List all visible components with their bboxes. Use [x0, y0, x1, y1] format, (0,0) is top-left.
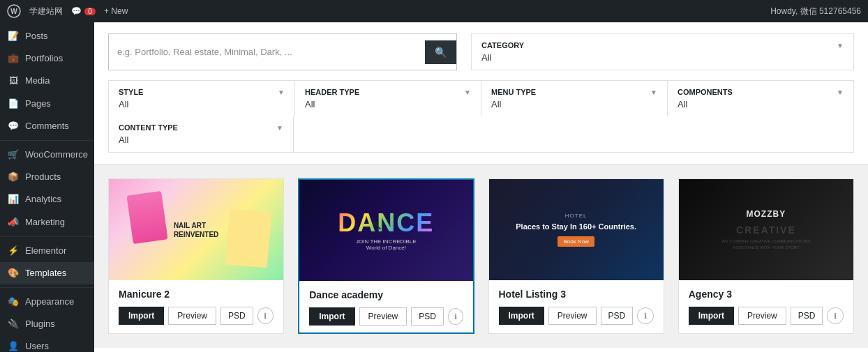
manicure2-psd-button[interactable]: PSD — [220, 307, 253, 325]
menu-type-filter[interactable]: MENU TYPE ▼ All — [481, 81, 668, 116]
sidebar-item-label: Templates — [25, 267, 66, 280]
sidebar: 📝 Posts 💼 Portfolios 🖼 Media 📄 Pages 💬 C… — [0, 22, 94, 352]
woocommerce-icon: 🛒 — [7, 148, 20, 161]
agency-import-button[interactable]: Import — [689, 307, 734, 325]
manicure2-actions: Import Preview PSD ℹ — [119, 307, 274, 325]
new-btn[interactable]: + New — [104, 6, 128, 16]
sidebar-item-templates[interactable]: 🎨 Templates — [0, 262, 94, 284]
media-icon: 🖼 — [7, 75, 20, 87]
wp-logo-btn[interactable]: W — [7, 4, 21, 18]
agency-thumbnail: MOZZBY CREATIVE WE COMBINE CREATIVE COMM… — [679, 179, 853, 280]
sidebar-item-elementor[interactable]: ⚡ Elementor — [0, 240, 94, 262]
agency-subtitle: WE COMBINE CREATIVE COMMUNICATIONS ASSIS… — [710, 238, 822, 250]
content-type-filter[interactable]: CONTENT TYPE ▼ All — [109, 116, 294, 152]
site-name[interactable]: 学建站网 — [29, 6, 63, 17]
components-filter[interactable]: COMPONENTS ▼ All — [668, 81, 853, 116]
search-input[interactable] — [109, 40, 425, 63]
agency-brand-text: MOZZBY — [710, 209, 822, 219]
template-card-agency: MOZZBY CREATIVE WE COMBINE CREATIVE COMM… — [678, 178, 854, 334]
template-card-hotel: HOTEL Places to Stay In 160+ Countries. … — [488, 178, 664, 334]
agency-psd-button[interactable]: PSD — [791, 307, 823, 325]
sidebar-item-plugins[interactable]: 🔌 Plugins — [0, 313, 94, 335]
manicure2-info-button[interactable]: ℹ — [257, 307, 274, 324]
agency-name: Agency 3 — [689, 289, 844, 300]
category-filter[interactable]: CATEGORY ▼ All — [471, 33, 854, 70]
hotel-name: Hotel Listing 3 — [499, 289, 654, 300]
dance-preview-button[interactable]: Preview — [359, 307, 407, 326]
manicure2-preview-button[interactable]: Preview — [168, 307, 216, 325]
search-button[interactable]: 🔍 — [425, 40, 456, 64]
sidebar-item-pages[interactable]: 📄 Pages — [0, 93, 94, 115]
agency-thumb-text: CREATIVE — [710, 224, 822, 236]
manicure2-import-button[interactable]: Import — [119, 307, 164, 325]
template-card-manicure2: NAIL ARTREINVENTED Manicure 2 Import Pre… — [108, 178, 284, 334]
dance-psd-button[interactable]: PSD — [411, 307, 444, 326]
agency-info: Agency 3 Import Preview PSD ℹ — [679, 280, 853, 332]
products-icon: 📦 — [7, 171, 20, 183]
sidebar-item-analytics[interactable]: 📊 Analytics — [0, 188, 94, 211]
agency-info-button[interactable]: ℹ — [827, 307, 844, 324]
sidebar-item-label: Appearance — [25, 296, 74, 308]
comments-btn[interactable]: 💬 0 — [71, 6, 96, 16]
howdy-label: Howdy, 微信 512765456 — [770, 6, 861, 17]
dance-name: Dance academy — [309, 289, 463, 300]
category-label: CATEGORY — [481, 41, 524, 49]
filter-row-spacer — [294, 116, 853, 152]
sidebar-item-woocommerce[interactable]: 🛒 WooCommerce — [0, 144, 94, 166]
sidebar-item-label: Plugins — [25, 318, 55, 330]
sidebar-item-label: Users — [25, 340, 49, 352]
sidebar-item-label: Comments — [25, 120, 69, 132]
content-type-arrow: ▼ — [276, 124, 283, 132]
sidebar-item-marketing[interactable]: 📣 Marketing — [0, 211, 94, 234]
plugins-icon: 🔌 — [7, 318, 20, 330]
menu-type-arrow: ▼ — [650, 89, 657, 96]
sidebar-item-label: Products — [25, 171, 61, 183]
sidebar-divider — [0, 140, 94, 141]
sidebar-item-comments[interactable]: 💬 Comments — [0, 115, 94, 137]
dance-actions: Import Preview PSD ℹ — [309, 307, 463, 326]
style-value: All — [119, 99, 285, 109]
sidebar-item-label: Portfolios — [25, 52, 63, 65]
manicure2-thumb-bg: NAIL ARTREINVENTED — [109, 179, 283, 280]
dance-info-button[interactable]: ℹ — [448, 308, 463, 325]
hotel-thumbnail: HOTEL Places to Stay In 160+ Countries. … — [489, 179, 664, 280]
dance-sub-text: JOIN THE INCREDIBLEWorld of Dance! — [338, 238, 434, 251]
hotel-psd-button[interactable]: PSD — [601, 307, 634, 325]
sidebar-item-label: Posts — [25, 30, 48, 43]
elementor-icon: ⚡ — [7, 245, 20, 257]
sidebar-item-media[interactable]: 🖼 Media — [0, 70, 94, 92]
hotel-preview-button[interactable]: Preview — [548, 307, 597, 325]
sidebar-item-portfolios[interactable]: 💼 Portfolios — [0, 47, 94, 70]
manicure2-name: Manicure 2 — [119, 289, 274, 300]
template-grid: NAIL ARTREINVENTED Manicure 2 Import Pre… — [94, 164, 868, 348]
sidebar-item-posts[interactable]: 📝 Posts — [0, 25, 94, 47]
hotel-import-button[interactable]: Import — [499, 307, 544, 325]
dance-thumb-text: DANCE — [338, 211, 434, 236]
hotel-info-button[interactable]: ℹ — [637, 307, 654, 324]
style-arrow: ▼ — [278, 89, 285, 96]
components-arrow: ▼ — [837, 89, 844, 96]
header-type-value: All — [305, 99, 471, 109]
category-value: All — [481, 52, 844, 63]
sidebar-item-label: Elementor — [25, 245, 66, 257]
dance-import-button[interactable]: Import — [309, 307, 354, 326]
pages-icon: 📄 — [7, 98, 20, 110]
users-icon: 👤 — [7, 341, 20, 352]
header-type-filter[interactable]: HEADER TYPE ▼ All — [295, 81, 481, 116]
style-filter[interactable]: STYLE ▼ All — [109, 81, 295, 116]
hotel-thumb-text: Places to Stay In 160+ Countries. — [516, 222, 636, 232]
manicure2-thumbnail: NAIL ARTREINVENTED — [109, 179, 283, 280]
sidebar-item-appearance[interactable]: 🎭 Appearance — [0, 291, 94, 313]
dance-thumb-bg: DANCE JOIN THE INCREDIBLEWorld of Dance!… — [299, 180, 472, 281]
analytics-icon: 📊 — [7, 193, 20, 206]
agency-preview-button[interactable]: Preview — [738, 307, 786, 325]
category-arrow: ▼ — [837, 42, 844, 49]
dance-info: Dance academy Import Preview PSD ℹ — [299, 281, 472, 332]
filter-area: 🔍 CATEGORY ▼ All STYLE ▼ — [94, 22, 868, 164]
appearance-icon: 🎭 — [7, 296, 20, 308]
portfolios-icon: 💼 — [7, 52, 20, 65]
sidebar-item-products[interactable]: 📦 Products — [0, 166, 94, 188]
sidebar-item-users[interactable]: 👤 Users — [0, 335, 94, 352]
dance-thumbnail: DANCE JOIN THE INCREDIBLEWorld of Dance!… — [299, 180, 472, 281]
style-label: STYLE — [119, 88, 143, 96]
